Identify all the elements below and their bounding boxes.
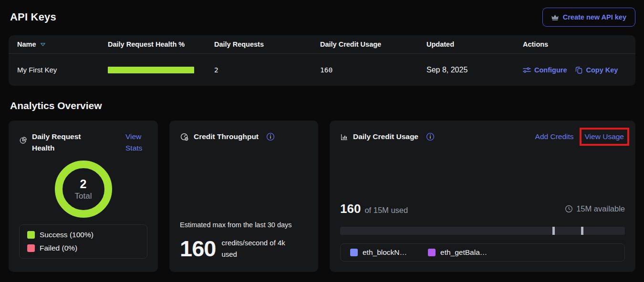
success-swatch [27,231,35,239]
create-api-key-label: Create new API key [563,13,626,21]
view-usage-link[interactable]: View Usage [585,132,624,141]
api-keys-table: Name Daily Request Health % Daily Reques… [9,35,635,86]
add-credits-link[interactable]: Add Credits [535,131,574,142]
daily-credit-usage-card: Daily Credit Usage Add Credits View Usag… [330,121,635,272]
donut-total-value: 2 [80,177,87,191]
info-icon[interactable] [426,132,435,141]
throughput-subtitle: Estimated max from the last 30 days [180,221,308,229]
key-name: My First Key [9,66,99,74]
credit-usage-progress-bar [340,227,625,235]
progress-tick [552,227,555,235]
daily-requests-value: 2 [206,66,312,74]
throughput-suffix: credits/second of 4k used [221,237,300,260]
eth-blocknumber-swatch [350,249,358,256]
usage-legend: eth_blockN… eth_getBala… [340,243,625,262]
credit-throughput-card: Credit Throughput Estimated max from the… [169,121,318,272]
daily-request-health-card: Daily Request Health View Stats 2 Total … [9,121,158,272]
health-legend: Success (100%) Failed (0%) [19,224,147,259]
credits-used-value: 160 [340,201,361,216]
request-health-donut-chart: 2 Total [55,161,112,218]
failed-swatch [27,244,35,252]
dashboard: API Keys Create new API key Name Daily R… [0,0,644,272]
daily-credit-usage-value: 160 [312,66,418,74]
legend-item-eth-getbalance: eth_getBala… [428,248,487,257]
configure-link[interactable]: Configure [523,66,567,74]
page-title: API Keys [10,11,56,23]
throughput-value: 160 [180,235,216,262]
card-title: Daily Credit Usage [353,131,418,142]
table-row: My First Key 2 160 Sep 8, 2025 Configure [9,54,635,86]
crown-icon [551,14,559,20]
actions-cell: Configure Copy Key [514,66,635,74]
health-bar [108,67,194,73]
card-title: Credit Throughput [194,131,259,142]
pie-chart-icon [19,136,27,144]
sliders-icon [523,67,531,73]
health-cell [99,67,206,73]
updated-value: Sep 8, 2025 [418,66,514,74]
table-header-row: Name Daily Request Health % Daily Reques… [9,35,635,54]
copy-icon [575,66,582,74]
analytics-title: Analytics Overview [9,86,635,121]
available-label: 15M available [576,204,625,213]
legend-item-eth-blocknumber: eth_blockN… [350,248,407,257]
column-health: Daily Request Health % [99,40,206,48]
progress-tick [581,227,583,235]
sort-chevron-icon[interactable] [40,42,46,47]
copy-key-label: Copy Key [586,66,618,74]
bar-chart-icon [340,133,348,141]
column-actions: Actions [514,40,635,48]
eth-blocknumber-label: eth_blockN… [363,248,407,257]
legend-item-success: Success (100%) [27,231,139,239]
credits-available: 15M available [565,204,625,213]
clock-icon [565,205,573,213]
legend-item-failed: Failed (0%) [27,244,139,252]
gauge-icon [180,132,189,141]
eth-getbalance-swatch [428,249,436,256]
credits-used-suffix: of 15M used [364,206,408,215]
column-daily-credit-usage: Daily Credit Usage [312,40,418,48]
configure-label: Configure [534,66,567,74]
analytics-cards: Daily Request Health View Stats 2 Total … [9,121,635,272]
copy-key-link[interactable]: Copy Key [575,66,618,74]
eth-getbalance-label: eth_getBala… [440,248,487,257]
column-name-label: Name [17,40,36,48]
donut-total-label: Total [75,191,92,201]
page-header: API Keys Create new API key [9,0,635,35]
success-label: Success (100%) [40,231,93,239]
failed-label: Failed (0%) [40,244,77,252]
column-updated: Updated [418,40,514,48]
info-icon[interactable] [266,132,275,141]
column-daily-requests: Daily Requests [206,40,312,48]
view-stats-link[interactable]: View Stats [125,131,147,154]
card-title: Daily Request Health [32,131,88,154]
create-api-key-button[interactable]: Create new API key [542,8,635,27]
column-name[interactable]: Name [9,40,99,48]
